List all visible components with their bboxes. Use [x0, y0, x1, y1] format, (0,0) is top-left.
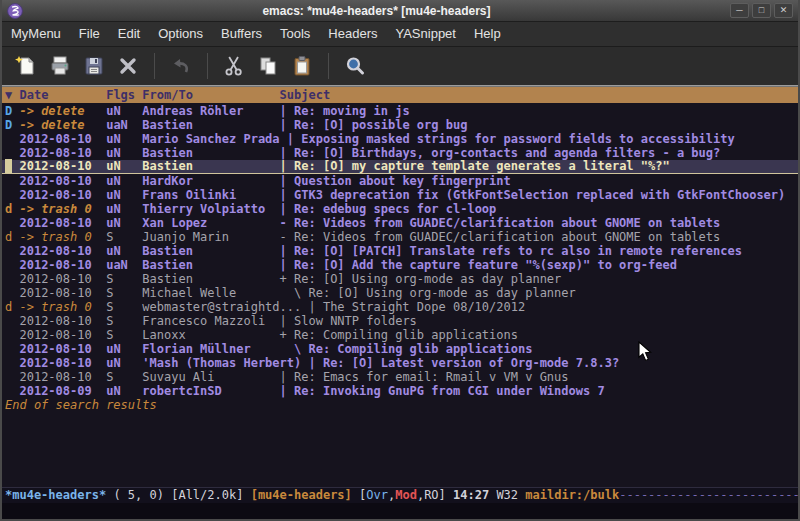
copy-button[interactable] [251, 51, 285, 81]
message-flags: S [106, 370, 142, 384]
message-subject: | Question about key fingerprint [280, 174, 511, 188]
message-row[interactable]: 2012-08-10 uN Bastien | Re: [O] Birthday… [2, 146, 798, 160]
mark-indicator [5, 146, 19, 160]
mark-indicator [5, 384, 19, 398]
menu-item-file[interactable]: File [70, 22, 109, 46]
menu-item-help[interactable]: Help [465, 22, 510, 46]
message-row[interactable]: 2012-08-10 uN Xan Lopez - Re: Videos fro… [2, 216, 798, 230]
message-subject: | Re: [O] my capture template generates … [280, 159, 670, 173]
message-row[interactable]: 2012-08-10 uN Frans Oilinki | GTK3 depre… [2, 188, 798, 202]
new-file-button[interactable] [9, 51, 43, 81]
minibuffer[interactable] [2, 503, 798, 519]
mark-indicator [5, 342, 19, 356]
message-from: Bastien [142, 244, 279, 258]
message-row[interactable]: 2012-08-10 uaN Bastien | Re: [O] Add the… [2, 258, 798, 272]
message-row[interactable]: 2012-08-10 uN Bastien | Re: [O] my captu… [2, 160, 798, 174]
close-buffer-button[interactable] [111, 51, 145, 81]
menu-item-buffers[interactable]: Buffers [212, 22, 271, 46]
mode-line-segment: [mu4e-headers] [251, 488, 352, 502]
message-subject: | Re: [O] Latest version of Org-mode 7.8… [308, 356, 619, 370]
menu-item-mymenu[interactable]: MyMenu [2, 22, 70, 46]
message-subject: | Re: Emacs for email: Rmail v VM v Gnus [280, 370, 569, 384]
mark-action: -> trash 0 [19, 230, 106, 244]
message-row[interactable]: 2012-08-10 S Bastien + Re: [O] Using org… [2, 272, 798, 286]
message-row[interactable]: 2012-08-10 S Francesco Mazzoli | Slow NN… [2, 314, 798, 328]
message-date: 2012-08-10 [19, 286, 106, 300]
undo-button[interactable] [164, 51, 198, 81]
mark-indicator [5, 188, 19, 202]
mark-indicator: d [5, 300, 19, 314]
message-from: webmaster@straightd... [142, 300, 308, 314]
mode-line-segment: ----------------------------------------… [619, 488, 798, 502]
message-from: 'Mash (Thomas Herbert) [142, 356, 308, 370]
mode-line[interactable]: *mu4e-headers* ( 5, 0) [All/2.0k] [mu4e-… [2, 487, 798, 503]
message-subject: | Re: [O] Add the capture feature "%(sex… [280, 258, 677, 272]
message-flags: S [106, 230, 142, 244]
message-from: Bastien [142, 258, 279, 272]
message-row[interactable]: D -> delete uN Andreas Röhler | Re: movi… [2, 104, 798, 118]
message-flags: S [106, 272, 142, 286]
message-date: 2012-08-10 [19, 370, 106, 384]
paste-button[interactable] [285, 51, 319, 81]
mark-indicator [5, 286, 19, 300]
message-row[interactable]: 2012-08-10 uN 'Mash (Thomas Herbert) | R… [2, 356, 798, 370]
message-row[interactable]: 2012-08-10 S Suvayu Ali | Re: Emacs for … [2, 370, 798, 384]
close-button[interactable]: ✕ [774, 3, 793, 18]
maximize-button[interactable]: □ [752, 3, 771, 18]
message-from: Florian Müllner [142, 342, 279, 356]
save-button[interactable] [77, 51, 111, 81]
message-flags: uN [106, 216, 142, 230]
menu-item-options[interactable]: Options [149, 22, 212, 46]
message-row[interactable]: d -> trash 0 uN Thierry Volpiatto | Re: … [2, 202, 798, 216]
message-row[interactable]: 2012-08-10 S Michael Welle \ Re: [O] Usi… [2, 286, 798, 300]
toolbar-separator [154, 53, 155, 79]
message-row[interactable]: 2012-08-10 uN Mario Sanchez Prada | Expo… [2, 132, 798, 146]
message-row[interactable]: 2012-08-10 uN HardKor | Question about k… [2, 174, 798, 188]
mark-indicator: d [5, 230, 19, 244]
titlebar[interactable]: emacs: *mu4e-headers* [mu4e-headers] ─ □… [2, 0, 798, 22]
menu-item-yasnippet[interactable]: YASnippet [386, 22, 464, 46]
mark-indicator [5, 370, 19, 384]
message-subject: \ Re: [O] Using org-mode as day planner [280, 286, 576, 300]
emacs-window: emacs: *mu4e-headers* [mu4e-headers] ─ □… [0, 0, 800, 521]
headers-buffer[interactable]: D -> delete uN Andreas Röhler | Re: movi… [2, 103, 798, 487]
column-flags: Flgs [106, 88, 142, 102]
message-row[interactable]: 2012-08-10 uN Florian Müllner \ Re: Comp… [2, 342, 798, 356]
message-row[interactable]: d -> trash 0 S webmaster@straightd... | … [2, 300, 798, 314]
message-subject: | GTK3 deprecation fix (GtkFontSelection… [280, 188, 786, 202]
message-subject: | Re: edebug specs for cl-loop [280, 202, 497, 216]
message-from: Francesco Mazzoli [142, 314, 279, 328]
mark-indicator [5, 216, 19, 230]
mark-indicator [5, 244, 19, 258]
message-from: Lanoxx [142, 328, 279, 342]
message-row[interactable]: D -> delete uaN Bastien | Re: [O] possib… [2, 118, 798, 132]
mark-action: -> delete [19, 104, 106, 118]
message-date: 2012-08-10 [19, 174, 106, 188]
mark-indicator: D [5, 104, 19, 118]
message-row[interactable]: 2012-08-09 uN robertcInSD | Re: Invoking… [2, 384, 798, 398]
message-row[interactable]: 2012-08-10 uN Bastien | Re: [O] [PATCH] … [2, 244, 798, 258]
minimize-button[interactable]: ─ [730, 3, 749, 18]
message-subject: | Re: Invoking GnuPG from CGI under Wind… [280, 384, 605, 398]
message-flags: uN [106, 104, 142, 118]
mark-action: -> trash 0 [19, 202, 106, 216]
toolbar-separator [328, 53, 329, 79]
search-button[interactable] [338, 51, 372, 81]
message-from: Suvayu Ali [142, 370, 279, 384]
menu-item-tools[interactable]: Tools [271, 22, 319, 46]
message-date: 2012-08-10 [19, 314, 106, 328]
menu-item-headers[interactable]: Headers [319, 22, 386, 46]
column-subject: Subject [280, 88, 331, 102]
menu-item-edit[interactable]: Edit [109, 22, 149, 46]
print-button[interactable] [43, 51, 77, 81]
mode-line-segment: Ovr [366, 488, 388, 502]
mark-indicator [5, 314, 19, 328]
message-subject: | Exposing masked strings for password f… [287, 132, 735, 146]
header-line[interactable]: ▼ Date Flgs From/To Subject [2, 87, 798, 103]
cut-button[interactable] [217, 51, 251, 81]
message-row[interactable]: d -> trash 0 S Juanjo Marin - Re: Videos… [2, 230, 798, 244]
message-date: 2012-08-10 [19, 216, 106, 230]
mode-line-segment: maildir:/bulk [525, 488, 619, 502]
print-icon [49, 55, 71, 77]
message-row[interactable]: 2012-08-10 S Lanoxx + Re: Compiling glib… [2, 328, 798, 342]
